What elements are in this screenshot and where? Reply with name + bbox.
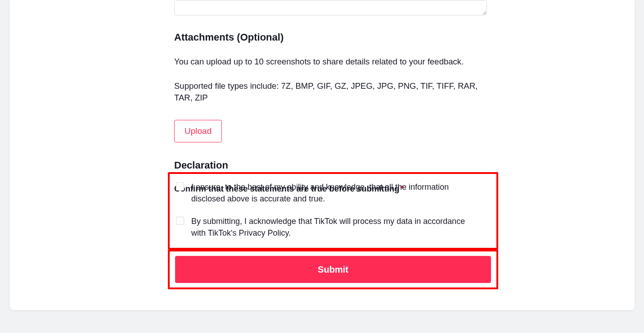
declaration-checkbox-2[interactable] (176, 217, 184, 225)
attachments-help-limit: You can upload up to 10 screenshots to s… (174, 56, 491, 68)
declaration-checkbox-1[interactable] (176, 182, 184, 191)
declaration-heading: Declaration (174, 160, 491, 171)
submit-highlight-box: Submit (168, 250, 498, 289)
feedback-textarea[interactable] (174, 0, 487, 15)
form-card: Attachments (Optional) You can upload up… (10, 0, 635, 310)
declaration-item: By submitting, I acknowledge that TikTok… (170, 215, 490, 239)
declaration-item: I ensure, to the best of my ability and … (170, 181, 490, 205)
declaration-highlight-box: I ensure, to the best of my ability and … (168, 172, 498, 250)
attachments-heading: Attachments (Optional) (174, 32, 491, 43)
upload-button[interactable]: Upload (174, 120, 222, 142)
declaration-item-label: I ensure, to the best of my ability and … (191, 181, 479, 205)
submit-button[interactable]: Submit (175, 256, 491, 283)
attachments-help-types: Supported file types include: 7Z, BMP, G… (174, 80, 491, 104)
form-content: Attachments (Optional) You can upload up… (174, 0, 491, 195)
declaration-item-label: By submitting, I acknowledge that TikTok… (191, 215, 479, 239)
